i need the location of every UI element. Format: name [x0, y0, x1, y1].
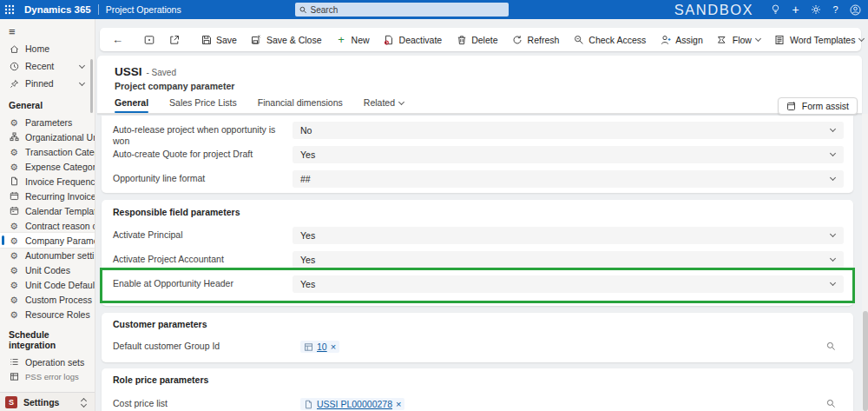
- sidebar-item-label: Calendar Templates: [25, 206, 95, 216]
- flow-button[interactable]: Flow: [711, 30, 766, 49]
- grid-icon: [9, 371, 19, 381]
- form-section-responsible-field-parameters: Responsible field parameters Activate Pr…: [102, 200, 853, 306]
- form-assist-button[interactable]: Form assist: [778, 97, 858, 115]
- new-button[interactable]: + New: [330, 30, 376, 49]
- save-label: Save: [216, 35, 237, 45]
- lightbulb-icon[interactable]: [766, 0, 786, 19]
- form-section-customer-parameters: Customer parameters Default customer Gro…: [102, 313, 853, 362]
- global-search[interactable]: [295, 3, 509, 17]
- search-input[interactable]: [311, 5, 504, 15]
- check-access-icon: [573, 34, 584, 45]
- sidebar-item-company-parameters-selected[interactable]: ⚙ Company Parame...: [0, 233, 95, 248]
- lookup-value-link[interactable]: 10: [317, 341, 327, 352]
- chevron-down-icon: [830, 175, 836, 181]
- sidebar-item-resource-roles[interactable]: ⚙ Resource Roles: [0, 307, 95, 322]
- sidebar-item-custom-process[interactable]: ⚙ Custom Process E...: [0, 292, 95, 307]
- delete-button[interactable]: Delete: [450, 30, 503, 49]
- form-section-role-price-parameters: Role price parameters Cost price list US…: [102, 368, 853, 411]
- sidebar-item-contract-reason[interactable]: ⚙ Contract reason c...: [0, 218, 95, 233]
- field-default-customer-group-lookup[interactable]: 10 ×: [293, 338, 844, 355]
- record-title: USSI: [115, 65, 142, 78]
- field-opportunity-line-format-dropdown[interactable]: ##: [293, 170, 844, 188]
- tab-general[interactable]: General: [115, 92, 148, 113]
- field-label: Auto-create Quote for project Draft: [113, 146, 293, 160]
- sidebar-item-organizational-units[interactable]: Organizational Un...: [0, 129, 95, 144]
- popout-icon: [168, 34, 180, 45]
- account-avatar-icon[interactable]: [845, 0, 865, 19]
- vertical-scrollbar-thumb[interactable]: [863, 311, 868, 411]
- field-label: Default customer Group Id: [113, 338, 293, 352]
- sidebar-item-calendar-templates[interactable]: Calendar Templates: [0, 203, 95, 218]
- help-icon[interactable]: ?: [825, 0, 845, 19]
- sidebar-item-unit-code-defaults[interactable]: ⚙ Unit Code Default...: [0, 277, 95, 292]
- org-chart-icon: [9, 132, 19, 143]
- settings-badge: S: [5, 396, 17, 408]
- tab-sales-price-lists[interactable]: Sales Price Lists: [169, 92, 237, 113]
- quick-create-plus-icon[interactable]: +: [786, 0, 806, 19]
- sidebar-item-recent[interactable]: Recent: [0, 57, 95, 75]
- sidebar-item-transaction-categories[interactable]: ⚙ Transaction Categ...: [0, 144, 95, 159]
- refresh-button[interactable]: Refresh: [506, 30, 566, 49]
- sidebar-item-unit-codes[interactable]: ⚙ Unit Codes: [0, 262, 95, 277]
- tab-financial-dimensions[interactable]: Financial dimensions: [258, 92, 343, 113]
- field-activate-principal-dropdown[interactable]: Yes: [293, 227, 844, 244]
- gear-icon: ⚙: [9, 147, 19, 157]
- sidebar-group-general: General: [0, 92, 95, 115]
- remove-value-icon[interactable]: ×: [396, 400, 401, 409]
- sidebar-item-autonumber-settings[interactable]: ⚙ Autonumber setti...: [0, 248, 95, 262]
- environment-badge[interactable]: SANDBOX: [674, 2, 753, 18]
- sidebar-item-label: Transaction Categ...: [25, 147, 95, 157]
- sidebar-item-pinned[interactable]: Pinned: [0, 75, 95, 92]
- cog-icon: ⚙: [9, 221, 19, 231]
- tab-label: Related: [364, 97, 395, 108]
- save-button[interactable]: Save: [194, 30, 243, 49]
- sitemap-collapse-icon[interactable]: ≡: [9, 25, 23, 38]
- sidebar-item-expense-categories[interactable]: ⚙ Expense Categories: [0, 159, 95, 174]
- app-launcher-waffle-icon[interactable]: [0, 0, 19, 19]
- list-icon: [9, 357, 19, 368]
- lookup-search-icon[interactable]: [826, 341, 836, 351]
- tab-related[interactable]: Related: [364, 92, 404, 113]
- field-enable-at-opportunity-header-dropdown[interactable]: Yes: [293, 275, 844, 293]
- sidebar-item-label: Unit Codes: [25, 265, 70, 275]
- assign-button[interactable]: Assign: [654, 30, 709, 49]
- vertical-scrollbar-track[interactable]: [862, 114, 868, 411]
- field-auto-create-quote-dropdown[interactable]: Yes: [293, 146, 844, 163]
- sidebar-item-operation-sets[interactable]: Operation sets: [0, 355, 95, 369]
- sidebar-scrollbar-thumb[interactable]: [90, 59, 93, 113]
- document-icon: [9, 176, 19, 187]
- gear-icon: ⚙: [9, 162, 19, 172]
- check-access-button[interactable]: Check Access: [567, 30, 652, 49]
- deactivate-button[interactable]: Deactivate: [378, 30, 449, 49]
- app-name[interactable]: Project Operations: [106, 4, 181, 15]
- sidebar-item-pss-error-logs-clipped[interactable]: PSS error logs: [0, 369, 95, 383]
- sidebar-item-recurring-invoice[interactable]: Recurring Invoice ...: [0, 189, 95, 203]
- field-label: Cost price list: [113, 395, 293, 409]
- sidebar-item-home[interactable]: Home: [0, 40, 95, 57]
- sidebar-item-invoice-frequencies[interactable]: Invoice Frequencies: [0, 174, 95, 189]
- sidebar-item-label: Resource Roles: [25, 309, 90, 320]
- flow-icon: [717, 34, 728, 45]
- save-and-close-button[interactable]: Save & Close: [245, 30, 328, 49]
- remove-value-icon[interactable]: ×: [331, 342, 336, 352]
- field-auto-release-project-dropdown[interactable]: No: [293, 122, 844, 139]
- lookup-search-icon[interactable]: [826, 399, 836, 408]
- sidebar-item-parameters[interactable]: ⚙ Parameters: [0, 115, 95, 129]
- settings-gear-icon[interactable]: [806, 0, 825, 19]
- field-cost-price-list-lookup[interactable]: USSI PL00000278 ×: [293, 395, 844, 411]
- open-in-new-window-button[interactable]: [162, 30, 186, 49]
- field-activate-project-accountant-dropdown[interactable]: Yes: [293, 251, 844, 268]
- record-entity-type: Project company parameter: [115, 81, 234, 91]
- side-panel-button[interactable]: [137, 30, 161, 49]
- form-tabs: General Sales Price Lists Financial dime…: [115, 92, 404, 113]
- lookup-value-link[interactable]: USSI PL00000278: [317, 399, 392, 409]
- word-templates-label: Word Templates: [790, 35, 855, 45]
- chevron-down-icon: [398, 98, 404, 104]
- back-button[interactable]: ←: [107, 33, 128, 46]
- sidebar-area-switcher-settings[interactable]: S Settings: [0, 392, 95, 411]
- sidebar-item-label: Pinned: [25, 78, 54, 89]
- lookup-chip: USSI PL00000278 ×: [300, 398, 404, 410]
- word-templates-button[interactable]: Word Templates: [768, 30, 868, 49]
- brand-title[interactable]: Dynamics 365: [24, 4, 91, 15]
- sidebar-item-label: Company Parame...: [25, 235, 95, 246]
